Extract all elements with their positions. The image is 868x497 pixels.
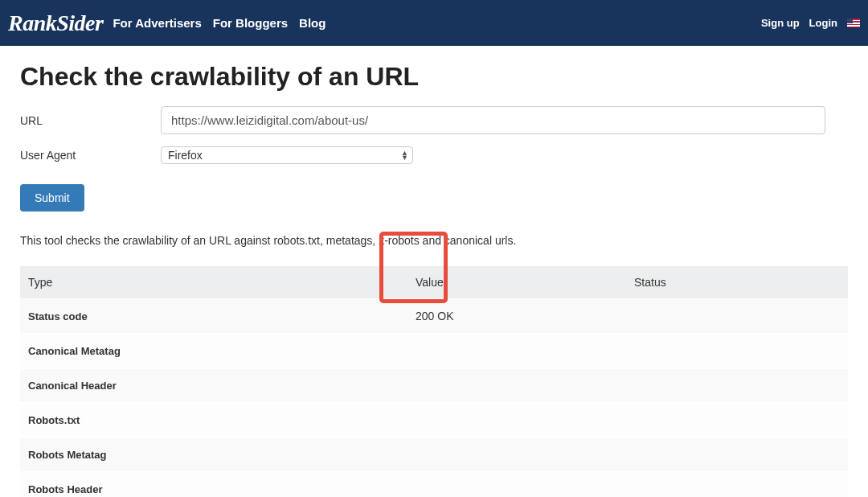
url-label: URL (20, 114, 161, 127)
cell-status (626, 437, 848, 472)
cell-type: Canonical Metatag (20, 334, 407, 368)
cell-value (407, 368, 626, 403)
page-content: Check the crawlability of an URL URL Use… (0, 46, 868, 497)
nav-blog[interactable]: Blog (299, 16, 326, 30)
th-status: Status (626, 266, 848, 299)
top-navbar: RankSider For Advertisers For Bloggers B… (0, 0, 868, 46)
cell-type: Status code (20, 299, 407, 335)
results-table: Type Value Status Status code 200 OK Can… (20, 266, 848, 497)
cell-status (626, 403, 848, 437)
cell-status (626, 368, 848, 403)
login-link[interactable]: Login (809, 17, 837, 29)
table-row: Canonical Metatag (20, 334, 848, 368)
th-value: Value (407, 266, 626, 299)
nav-bloggers[interactable]: For Bloggers (213, 16, 288, 30)
tool-description: This tool checks the crawlability of an … (20, 234, 848, 247)
table-row: Robots Metatag (20, 437, 848, 472)
cell-type: Robots Metatag (20, 437, 407, 472)
nav-advertisers[interactable]: For Advertisers (113, 16, 201, 30)
nav-links: For Advertisers For Bloggers Blog (113, 16, 326, 30)
logo-link[interactable]: RankSider (8, 10, 103, 36)
agent-row: User Agent Firefox ▲▼ (20, 146, 848, 164)
cell-type: Robots Header (20, 472, 407, 497)
cell-value (407, 334, 626, 368)
logo-text: RankSider (8, 10, 103, 36)
cell-value: 200 OK (407, 299, 626, 335)
cell-type: Robots.txt (20, 403, 407, 437)
th-type: Type (20, 266, 407, 299)
agent-select[interactable]: Firefox (161, 146, 413, 164)
agent-label: User Agent (20, 149, 161, 162)
table-row: Canonical Header (20, 368, 848, 403)
nav-right: Sign up Login (761, 17, 860, 29)
table-row: Robots.txt (20, 403, 848, 437)
cell-value (407, 472, 626, 497)
signup-link[interactable]: Sign up (761, 17, 800, 29)
url-row: URL (20, 106, 848, 134)
submit-button[interactable]: Submit (20, 184, 84, 212)
flag-us-icon[interactable] (847, 18, 860, 27)
cell-status (626, 472, 848, 497)
url-input[interactable] (161, 106, 825, 134)
agent-select-wrap: Firefox ▲▼ (161, 146, 413, 164)
table-row: Status code 200 OK (20, 299, 848, 335)
cell-status (626, 334, 848, 368)
table-header-row: Type Value Status (20, 266, 848, 299)
cell-value (407, 437, 626, 472)
page-title: Check the crawlability of an URL (20, 62, 848, 92)
cell-type: Canonical Header (20, 368, 407, 403)
table-row: Robots Header (20, 472, 848, 497)
cell-value (407, 403, 626, 437)
cell-status (626, 299, 848, 335)
